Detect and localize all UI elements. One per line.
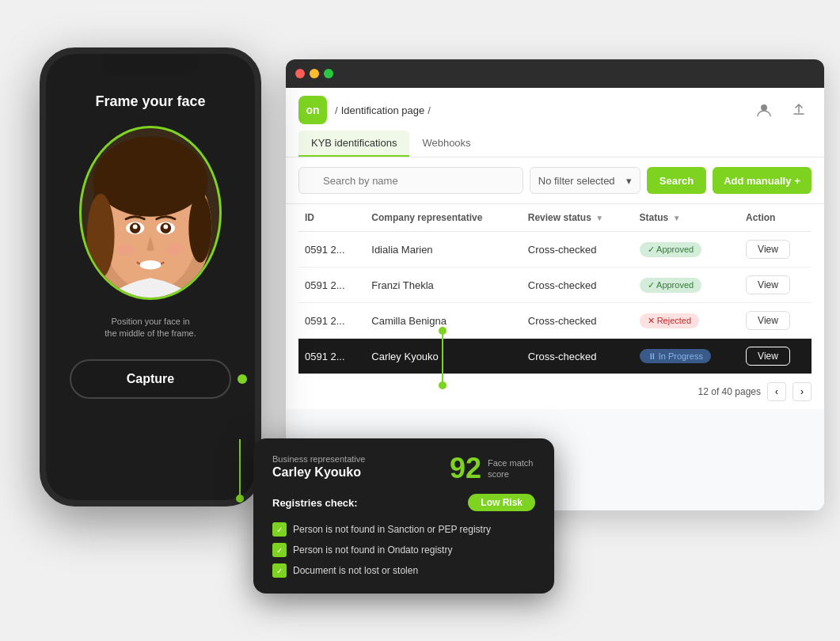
col-review: Review status ▼ bbox=[522, 204, 633, 232]
check-text: Document is not lost or stolen bbox=[293, 565, 418, 576]
view-button[interactable]: View bbox=[746, 240, 790, 259]
cell-rep: Franzi Thekla bbox=[365, 267, 521, 303]
pagination: 12 of 40 pages ‹ › bbox=[286, 374, 824, 409]
cell-id: 0591 2... bbox=[298, 232, 365, 267]
cell-action: View bbox=[739, 232, 811, 267]
cell-id: 0591 2... bbox=[298, 339, 365, 374]
svg-point-15 bbox=[116, 245, 135, 256]
tabs-container: KYB identifications Webhooks bbox=[298, 131, 811, 157]
breadcrumb-page: Identification page bbox=[341, 104, 425, 116]
app-logo: on bbox=[298, 96, 327, 124]
check-item: ✓ Person is not found in Ondato registry bbox=[272, 543, 535, 557]
col-id: ID bbox=[298, 204, 365, 232]
export-icon-button[interactable] bbox=[786, 97, 811, 123]
view-button[interactable]: View bbox=[746, 275, 790, 294]
status-filter-icon[interactable]: ▼ bbox=[673, 214, 681, 222]
header-icons bbox=[751, 97, 811, 123]
add-manually-label: Add manually bbox=[724, 175, 791, 187]
filter-select[interactable]: No filter selected ▾ bbox=[530, 167, 640, 194]
col-status: Status ▼ bbox=[633, 204, 740, 232]
face-frame bbox=[79, 126, 222, 300]
status-badge: ✕ Rejected bbox=[640, 313, 699, 328]
svg-point-13 bbox=[163, 225, 168, 229]
next-page-button[interactable]: › bbox=[792, 382, 811, 401]
col-rep: Company representative bbox=[365, 204, 521, 232]
app-logo-area: on / Identification page / bbox=[298, 96, 431, 124]
cell-review: Cross-checked bbox=[522, 232, 633, 267]
svg-point-16 bbox=[165, 245, 184, 256]
table-body: 0591 2... Idialia Marien Cross-checked ✓… bbox=[298, 232, 811, 374]
cell-review: Cross-checked bbox=[522, 303, 633, 339]
check-list: ✓ Person is not found in Sanction or PEP… bbox=[272, 522, 535, 578]
score-number: 92 bbox=[450, 454, 481, 483]
export-icon bbox=[792, 103, 806, 117]
user-icon-button[interactable] bbox=[751, 97, 777, 123]
traffic-light-red[interactable] bbox=[295, 69, 305, 78]
svg-point-17 bbox=[761, 104, 767, 111]
table-row: 0591 2... Franzi Thekla Cross-checked ✓ … bbox=[298, 267, 811, 303]
cell-status: ⏸ In Progress bbox=[633, 339, 740, 374]
identifications-table: ID Company representative Review status … bbox=[298, 204, 811, 374]
cell-status: ✕ Rejected bbox=[633, 303, 740, 339]
traffic-light-yellow[interactable] bbox=[310, 69, 319, 78]
view-button[interactable]: View bbox=[746, 347, 790, 366]
user-icon bbox=[756, 102, 772, 118]
cell-id: 0591 2... bbox=[298, 303, 365, 339]
review-filter-icon[interactable]: ▼ bbox=[595, 214, 603, 222]
capture-button[interactable]: Capture bbox=[70, 359, 231, 399]
search-button[interactable]: Search bbox=[647, 167, 706, 194]
breadcrumb-sep-2: / bbox=[428, 104, 431, 116]
add-manually-button[interactable]: Add manually + bbox=[713, 167, 811, 194]
phone-title: Frame your face bbox=[95, 93, 205, 110]
table-container: ID Company representative Review status … bbox=[286, 204, 824, 374]
breadcrumb: / Identification page / bbox=[335, 104, 431, 116]
cell-status: ✓ Approved bbox=[633, 267, 740, 303]
status-badge: ✓ Approved bbox=[640, 278, 702, 293]
phone-notch bbox=[103, 54, 198, 76]
tab-webhooks[interactable]: Webhooks bbox=[409, 131, 483, 157]
cell-review: Cross-checked bbox=[522, 267, 633, 303]
app-header: on / Identification page / bbox=[286, 88, 824, 157]
svg-point-10 bbox=[133, 225, 138, 229]
connector-dot-mid bbox=[439, 381, 447, 389]
info-card: Business representative Carley Kyouko 92… bbox=[253, 438, 554, 594]
score-label: Face match score bbox=[488, 457, 535, 480]
status-badge: ✓ Approved bbox=[640, 242, 702, 257]
connector-vertical bbox=[239, 439, 241, 503]
browser-titlebar bbox=[286, 59, 824, 88]
role-label: Business representative bbox=[272, 454, 450, 464]
check-icon: ✓ bbox=[272, 522, 287, 537]
cell-rep: Carley Kyouko bbox=[365, 339, 521, 374]
svg-point-14 bbox=[139, 260, 161, 270]
connector-dot-top bbox=[439, 327, 447, 335]
cell-action: View bbox=[739, 303, 811, 339]
search-wrapper: 🔍 bbox=[298, 167, 523, 194]
cell-rep: Idialia Marien bbox=[365, 232, 521, 267]
tab-kyb[interactable]: KYB identifications bbox=[298, 131, 409, 157]
registry-label: Registries check: bbox=[272, 497, 358, 509]
capture-dot bbox=[238, 374, 247, 384]
status-badge: ⏸ In Progress bbox=[640, 349, 711, 363]
check-text: Person is not found in Ondato registry bbox=[293, 544, 452, 556]
chevron-down-icon: ▾ bbox=[626, 175, 632, 187]
search-input[interactable] bbox=[298, 167, 523, 194]
phone-device: Frame your face bbox=[40, 47, 261, 506]
check-item: ✓ Document is not lost or stolen bbox=[272, 563, 535, 578]
table-row: 0591 2... Camilla Benigna Cross-checked … bbox=[298, 303, 811, 339]
registry-row: Registries check: Low Risk bbox=[272, 494, 535, 511]
toolbar: 🔍 No filter selected ▾ Search Add manual… bbox=[286, 157, 824, 204]
table-header-row: ID Company representative Review status … bbox=[298, 204, 811, 232]
view-button[interactable]: View bbox=[746, 311, 790, 330]
check-icon: ✓ bbox=[272, 563, 287, 578]
connector-table-to-card bbox=[442, 330, 443, 385]
face-score: 92 Face match score bbox=[450, 454, 535, 483]
cell-review: Cross-checked bbox=[522, 339, 633, 374]
traffic-light-green[interactable] bbox=[324, 69, 333, 78]
risk-badge: Low Risk bbox=[468, 494, 535, 511]
prev-page-button[interactable]: ‹ bbox=[767, 382, 786, 401]
cell-status: ✓ Approved bbox=[633, 232, 740, 267]
info-card-header: Business representative Carley Kyouko 92… bbox=[272, 454, 535, 483]
pagination-text: 12 of 40 pages bbox=[698, 386, 761, 397]
check-icon: ✓ bbox=[272, 543, 287, 557]
phone-instruction: Position your face in the middle of the … bbox=[81, 316, 220, 340]
